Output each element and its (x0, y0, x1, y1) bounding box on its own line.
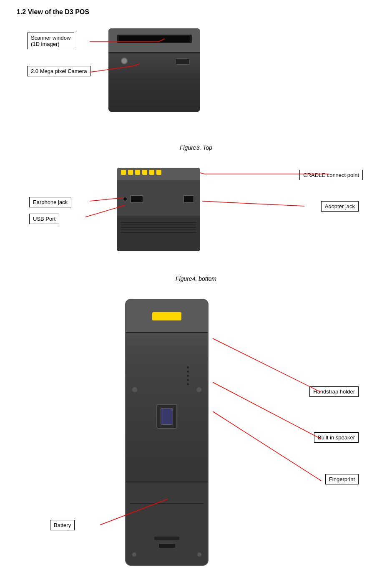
figure5-device-image (125, 299, 209, 566)
figure5-section: Handstrap holder Built in speaker Finger… (17, 295, 375, 575)
label-battery: Battery (50, 520, 75, 530)
label-handstrap: Handstrap holder (309, 386, 359, 397)
label-speaker: Built in speaker (314, 432, 359, 443)
speaker-text: Built in speaker (314, 432, 359, 443)
label-camera: 2.0 Mega pixel Camera (27, 66, 90, 76)
adopter-text: Adopter jack (321, 201, 359, 212)
svg-line-5 (200, 173, 204, 174)
figure3-container: Scanner window(1D imager) 2.0 Mega pixel… (17, 24, 375, 141)
figure4-section: CRADLE connect point Earphone jack Adopt… (17, 164, 375, 282)
svg-line-9 (213, 338, 321, 392)
label-usb: USB Port (29, 214, 59, 224)
figure3-section: Scanner window(1D imager) 2.0 Mega pixel… (17, 24, 375, 151)
label-fingerprint: Fingerprint (325, 474, 359, 484)
figure3-caption: Figure3. Top (17, 144, 375, 151)
figure3-device-image (108, 28, 200, 112)
scanner-window-text: Scanner window(1D imager) (27, 33, 74, 49)
earphone-text: Earphone jack (29, 197, 71, 207)
label-adopter: Adopter jack (321, 201, 359, 212)
fingerprint-text: Fingerprint (325, 474, 359, 484)
figure4-device-image (117, 168, 200, 251)
page-title: 1.2 View of the D3 POS (17, 8, 375, 16)
usb-text: USB Port (29, 214, 59, 224)
svg-line-7 (202, 201, 304, 206)
label-cradle: CRADLE connect point (299, 170, 363, 180)
camera-text: 2.0 Mega pixel Camera (27, 66, 90, 76)
cradle-text: CRADLE connect point (299, 170, 363, 180)
handstrap-text: Handstrap holder (309, 386, 359, 397)
figure5-container: Handstrap holder Built in speaker Finger… (17, 295, 375, 575)
label-earphone: Earphone jack (29, 197, 71, 207)
svg-line-10 (213, 382, 321, 439)
figure4-container: CRADLE connect point Earphone jack Adopt… (17, 164, 375, 272)
svg-line-11 (213, 411, 321, 481)
battery-text: Battery (50, 520, 75, 530)
label-scanner-window: Scanner window(1D imager) (27, 33, 74, 49)
figure4-caption: Figure4. bottom (17, 275, 375, 282)
